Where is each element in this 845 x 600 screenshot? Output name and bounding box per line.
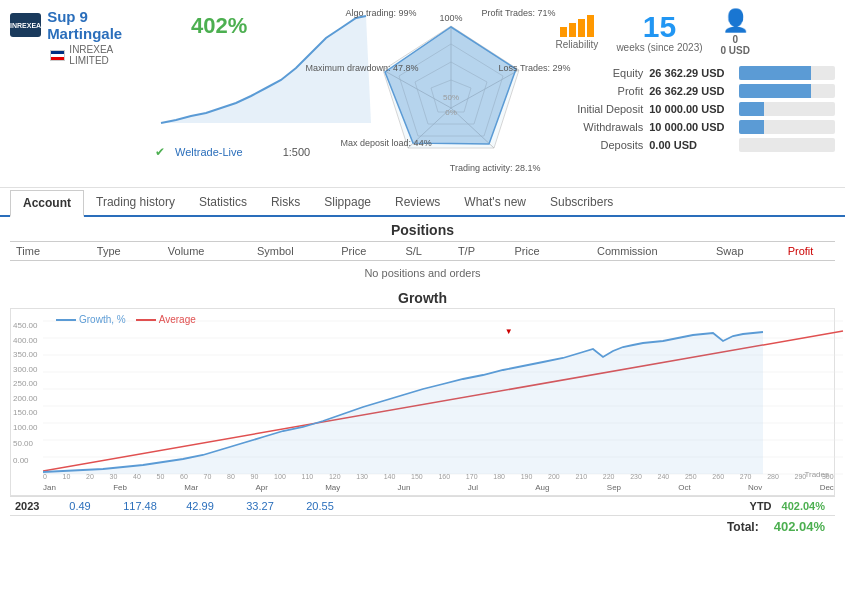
flag-icon (50, 50, 65, 61)
reliability-bar-3 (578, 19, 585, 37)
chart-legend: Growth, % Average (56, 314, 196, 325)
withdrawals-bar-wrap (739, 120, 835, 134)
col-sl: S/L (388, 242, 440, 261)
deposits-value: 0.00 USD (649, 139, 732, 151)
growth-chart-svg (43, 319, 845, 494)
profit-trades-label: Profit Trades: 71% (482, 8, 556, 18)
ytd-val-3: 42.99 (170, 500, 230, 512)
withdrawals-value: 10 000.00 USD (649, 121, 732, 133)
broker-link[interactable]: Weltrade-Live (175, 146, 243, 158)
col-price2: Price (493, 242, 561, 261)
max-drawdown-label: Maximum drawdown: 47.8% (306, 63, 419, 73)
profit-bar-wrap (739, 84, 835, 98)
metric-equity: Equity 26 362.29 USD (556, 64, 835, 82)
reliability-box: Reliability (556, 15, 599, 50)
tab-whats-new[interactable]: What's new (452, 190, 538, 215)
equity-bar-wrap (739, 66, 835, 80)
tab-risks[interactable]: Risks (259, 190, 312, 215)
trades-label: Trades (804, 470, 829, 479)
check-icon: ✔ (155, 145, 165, 159)
ytd-year: 2023 (10, 500, 50, 512)
withdrawals-bar (739, 120, 764, 134)
initial-deposit-bar (739, 102, 764, 116)
metric-withdrawals: Withdrawals 10 000.00 USD (556, 118, 835, 136)
subscribers-icon: 👤 (722, 8, 749, 34)
x-axis-num-labels: 0102030405060708090100110120130140150160… (43, 473, 834, 480)
initial-deposit-label: Initial Deposit (556, 103, 644, 115)
radar-area: 0% 50% 100% Algo trading: 99% Maximum dr… (351, 8, 551, 183)
ytd-val-4: 33.27 (230, 500, 290, 512)
ytd-pct: 402.04% (782, 500, 825, 512)
positions-title: Positions (10, 217, 835, 241)
reliability-bar-4 (587, 15, 594, 37)
sub-brand: INREXEA LIMITED (69, 44, 151, 66)
col-tp: T/P (440, 242, 493, 261)
metric-profit: Profit 26 362.29 USD (556, 82, 835, 100)
growth-title: Growth (10, 287, 835, 308)
ytd-val-5: 20.55 (290, 500, 350, 512)
ytd-label: YTD (750, 500, 772, 512)
col-symbol: Symbol (231, 242, 320, 261)
initial-deposit-bar-wrap (739, 102, 835, 116)
weeks-box: 15 weeks (since 2023) (616, 12, 702, 53)
initial-deposit-value: 10 000.00 USD (649, 103, 732, 115)
reliability-label: Reliability (556, 39, 599, 50)
logo-brand-area: INREXEA Sup 9 Martingale INREXEA LIMITED (10, 8, 151, 66)
growth-pct-label: 402% (191, 13, 247, 39)
growth-chart-container: Growth, % Average ▼ (10, 308, 835, 496)
tab-subscribers[interactable]: Subscribers (538, 190, 625, 215)
legend-growth: Growth, % (56, 314, 126, 325)
subscribers-num: 0 (732, 34, 738, 45)
tab-slippage[interactable]: Slippage (312, 190, 383, 215)
ytd-val-1: 0.49 (50, 500, 110, 512)
svg-text:0%: 0% (445, 108, 457, 117)
total-row: Total: 402.04% (10, 515, 835, 537)
weeks-label: weeks (since 2023) (616, 42, 702, 53)
col-swap: Swap (694, 242, 766, 261)
deposits-bar-wrap (739, 138, 835, 152)
tab-reviews[interactable]: Reviews (383, 190, 452, 215)
metric-initial: Initial Deposit 10 000.00 USD (556, 100, 835, 118)
col-type: Type (76, 242, 142, 261)
metric-deposits: Deposits 0.00 USD (556, 136, 835, 154)
trading-activity-label: Trading activity: 28.1% (450, 163, 541, 173)
y-axis-labels: 450.00 400.00 350.00 300.00 250.00 200.0… (13, 321, 37, 465)
withdrawals-label: Withdrawals (556, 121, 644, 133)
svg-text:100%: 100% (439, 13, 462, 23)
tab-trading-history[interactable]: Trading history (84, 190, 187, 215)
right-stats: Reliability 15 weeks (since 2023) 👤 0 0 … (556, 8, 835, 154)
col-profit: Profit (766, 242, 835, 261)
reliability-bar-1 (560, 27, 567, 37)
x-axis-month-labels: JanFebMarAprMayJunJulAugSepOctNovDec (43, 483, 834, 492)
ytd-row: 2023 0.49 117.48 42.99 33.27 20.55 YTD 4… (10, 496, 835, 515)
algo-trading-label: Algo trading: 99% (346, 8, 417, 18)
subscribers-usd: 0 USD (721, 45, 750, 56)
broker-area: ✔ Weltrade-Live 1:500 (155, 145, 310, 159)
weeks-num: 15 (643, 12, 676, 42)
positions-table: Time Type Volume Symbol Price S/L T/P Pr… (10, 241, 835, 285)
col-commission: Commission (561, 242, 694, 261)
tab-statistics[interactable]: Statistics (187, 190, 259, 215)
radar-chart: 0% 50% 100% (351, 8, 551, 183)
col-price: Price (320, 242, 388, 261)
loss-trades-label: Loss Trades: 29% (499, 63, 571, 73)
brand-name: Sup 9 Martingale (47, 8, 151, 42)
col-volume: Volume (142, 242, 231, 261)
positions-section: Positions Time Type Volume Symbol Price … (0, 217, 845, 285)
total-pct: 402.04% (774, 519, 825, 534)
col-time: Time (10, 242, 76, 261)
logo-icon: INREXEA (10, 13, 41, 37)
ytd-val-2: 117.48 (110, 500, 170, 512)
profit-label: Profit (556, 85, 644, 97)
total-label: Total: (727, 520, 759, 534)
svg-text:50%: 50% (443, 93, 459, 102)
tab-account[interactable]: Account (10, 190, 84, 217)
tabs-bar: Account Trading history Statistics Risks… (0, 190, 845, 217)
max-deposit-label: Max deposit load: 44% (341, 138, 432, 148)
legend-average: Average (136, 314, 196, 325)
profit-bar (739, 84, 811, 98)
profit-value: 26 362.29 USD (649, 85, 732, 97)
metrics-list: Equity 26 362.29 USD Profit 26 362.29 US… (556, 64, 835, 154)
growth-section: Growth Growth, % Average ▼ (0, 285, 845, 537)
equity-bar (739, 66, 811, 80)
